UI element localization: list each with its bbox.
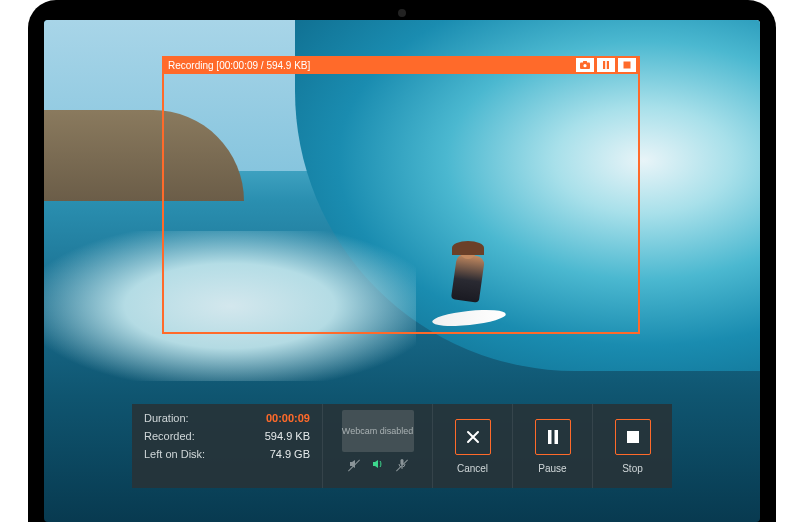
audio-toggle-row (348, 458, 408, 472)
recorded-label: Recorded: (144, 430, 195, 442)
webcam-section: Webcam disabled (322, 404, 432, 488)
svg-point-2 (583, 64, 586, 67)
stat-left-on-disk: Left on Disk: 74.9 GB (144, 448, 310, 460)
cancel-label: Cancel (457, 463, 488, 474)
svg-rect-9 (627, 431, 639, 443)
duration-label: Duration: (144, 412, 189, 424)
screen: Recording [00:00:09 / 594.9 KB] Duration… (44, 20, 760, 522)
speaker-icon (372, 458, 384, 470)
pause-button[interactable]: Pause (512, 404, 592, 488)
controls-section: Cancel Pause Stop (432, 404, 672, 488)
screenshot-button[interactable] (576, 58, 594, 72)
pause-icon (602, 61, 610, 69)
webcam-preview-disabled[interactable]: Webcam disabled (342, 410, 414, 452)
recording-status-text: Recording [00:00:09 / 594.9 KB] (168, 60, 310, 71)
speaker-toggle[interactable] (372, 458, 384, 472)
left-on-disk-label: Left on Disk: (144, 448, 205, 460)
duration-value: 00:00:09 (266, 412, 310, 424)
svg-rect-5 (624, 62, 631, 69)
capture-bar-buttons (576, 58, 636, 72)
recorded-value: 594.9 KB (265, 430, 310, 442)
microphone-icon (396, 458, 408, 470)
cancel-icon-box (455, 419, 491, 455)
pause-icon (546, 429, 560, 445)
system-audio-icon (348, 458, 360, 470)
stop-icon (626, 430, 640, 444)
close-icon (465, 429, 481, 445)
bar-stop-button[interactable] (618, 58, 636, 72)
camera-icon (580, 61, 590, 69)
svg-rect-1 (583, 61, 587, 63)
laptop-frame: Recording [00:00:09 / 594.9 KB] Duration… (28, 0, 776, 522)
system-audio-toggle[interactable] (348, 458, 360, 472)
laptop-camera-dot (398, 9, 406, 17)
svg-rect-7 (548, 430, 552, 444)
control-panel: Duration: 00:00:09 Recorded: 594.9 KB Le… (132, 404, 672, 488)
capture-region-frame[interactable] (162, 72, 640, 334)
svg-rect-3 (603, 61, 605, 69)
pause-label: Pause (538, 463, 566, 474)
stats-section: Duration: 00:00:09 Recorded: 594.9 KB Le… (132, 404, 322, 488)
svg-rect-6 (400, 459, 403, 465)
bar-pause-button[interactable] (597, 58, 615, 72)
svg-rect-8 (554, 430, 558, 444)
svg-rect-4 (607, 61, 609, 69)
pause-icon-box (535, 419, 571, 455)
stat-recorded: Recorded: 594.9 KB (144, 430, 310, 442)
left-on-disk-value: 74.9 GB (270, 448, 310, 460)
stat-duration: Duration: 00:00:09 (144, 412, 310, 424)
stop-button[interactable]: Stop (592, 404, 672, 488)
stop-icon (623, 61, 631, 69)
cancel-button[interactable]: Cancel (432, 404, 512, 488)
stop-label: Stop (622, 463, 643, 474)
webcam-status-text: Webcam disabled (342, 426, 413, 437)
stop-icon-box (615, 419, 651, 455)
microphone-toggle[interactable] (396, 458, 408, 472)
